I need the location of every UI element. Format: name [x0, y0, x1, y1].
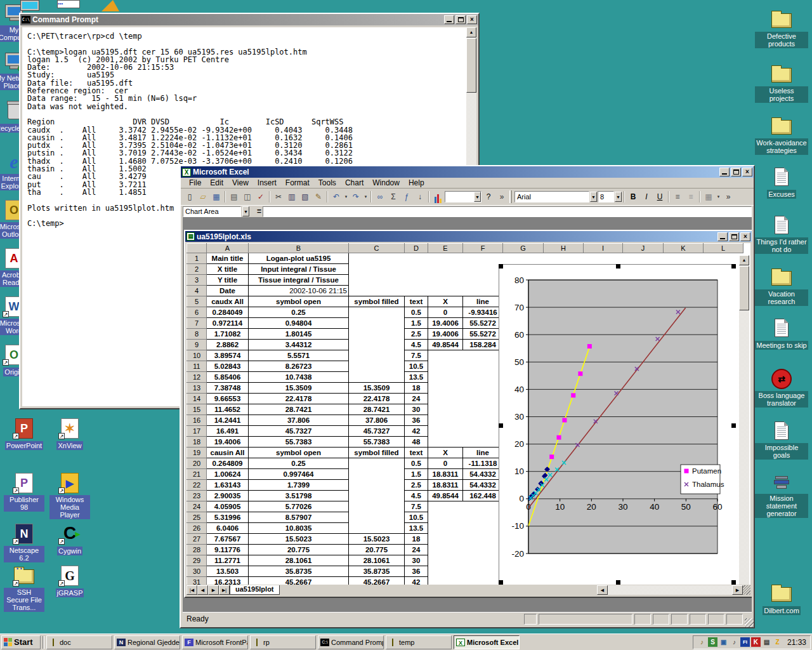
borders-dropdown-icon[interactable]: ▾ [716, 190, 721, 203]
menu-file[interactable]: File [185, 178, 206, 188]
selection-handle[interactable] [731, 580, 736, 585]
close-button[interactable]: × [742, 168, 752, 176]
cell-B7[interactable]: 0.94804 [249, 318, 349, 329]
cell-A3[interactable]: Y title [207, 275, 249, 286]
column-header-I[interactable]: I [584, 244, 623, 253]
cell-F21[interactable]: 54.4332 [463, 469, 503, 480]
cell-B22[interactable]: 1.7399 [249, 480, 349, 491]
minimize-button[interactable] [719, 168, 730, 176]
cell-E4[interactable] [428, 286, 463, 296]
cell-E18[interactable] [428, 437, 463, 448]
cell-E1[interactable] [428, 253, 463, 264]
cell-D19[interactable]: text [405, 448, 428, 458]
cell-F30[interactable] [463, 566, 503, 577]
excel-titlebar[interactable]: X Microsoft Excel × [181, 166, 754, 178]
cell-E2[interactable] [428, 264, 463, 275]
paste-icon[interactable]: ▧ [299, 190, 311, 203]
desktop-icon-cygwin[interactable]: C▶↗Cygwin [49, 523, 90, 556]
cell-D23[interactable]: 4.5 [405, 491, 428, 501]
first-sheet-icon[interactable]: |◀ [187, 585, 197, 595]
minimize-button[interactable] [717, 232, 728, 241]
sheet-tab[interactable]: ua5195lplot [230, 585, 280, 595]
menu-window[interactable]: Window [368, 178, 404, 188]
chart-object[interactable]: -20-10010203040506070800102030405060Puta… [499, 264, 736, 585]
cell-E23[interactable]: 49.8544 [428, 491, 463, 501]
cell-B20[interactable]: 0.25 [249, 458, 349, 469]
selection-handle[interactable] [616, 580, 620, 585]
row-header-6[interactable]: 6 [187, 307, 207, 318]
cell-A9[interactable]: 2.8862 [207, 340, 249, 350]
cell-D7[interactable]: 1.5 [405, 318, 428, 329]
cell-C17[interactable]: 45.7327 [349, 426, 405, 437]
cell-E19[interactable]: X [428, 448, 463, 458]
row-header-24[interactable]: 24 [187, 501, 207, 512]
cell-B19[interactable]: symbol open [249, 448, 349, 458]
print-icon[interactable]: ▤ [228, 190, 240, 203]
column-header-A[interactable]: A [207, 244, 249, 253]
cell-C28[interactable]: 20.775 [349, 545, 405, 555]
cell-D17[interactable]: 42 [405, 426, 428, 437]
align-left-icon[interactable]: ≡ [671, 190, 684, 203]
cell-D26[interactable]: 13.5 [405, 523, 428, 534]
scroll-up-icon[interactable]: ▲ [739, 255, 749, 265]
cell-D20[interactable]: 0.5 [405, 458, 428, 469]
cell-E29[interactable] [428, 555, 463, 566]
task-button-command-prompt[interactable]: C:\Command Prompt [318, 635, 384, 649]
cell-F24[interactable] [463, 501, 503, 512]
taskbar-divider[interactable] [43, 636, 44, 649]
cell-D8[interactable]: 2.5 [405, 329, 428, 340]
cell-D9[interactable]: 4.5 [405, 340, 428, 350]
cut-icon[interactable]: ✂ [272, 190, 285, 203]
selection-handle[interactable] [499, 264, 503, 269]
cell-B10[interactable]: 5.5571 [249, 350, 349, 361]
cell-C16[interactable]: 37.806 [349, 415, 405, 426]
column-header-B[interactable]: B [249, 244, 349, 253]
italic-icon[interactable]: I [640, 190, 653, 203]
cell-A20[interactable]: 0.264809 [207, 458, 249, 469]
cell-E16[interactable] [428, 415, 463, 426]
next-sheet-icon[interactable]: ▶ [208, 585, 219, 595]
paste-function-icon[interactable]: ƒ [400, 190, 413, 203]
cell-D30[interactable]: 36 [405, 566, 428, 577]
cell-C5[interactable]: symbol filled [349, 296, 405, 307]
cell-B29[interactable]: 28.1061 [249, 555, 349, 566]
new-document-icon[interactable]: ▯ [183, 190, 196, 203]
dropdown-arrow-icon[interactable]: ▼ [474, 192, 481, 202]
cell-A26[interactable]: 6.0406 [207, 523, 249, 534]
cell-A21[interactable]: 1.00624 [207, 469, 249, 480]
help-icon[interactable]: ? [482, 190, 495, 203]
cell-C8[interactable] [349, 329, 405, 340]
column-header-F[interactable]: F [463, 244, 503, 253]
align-center-icon[interactable]: ≡ [684, 190, 697, 203]
row-header-2[interactable]: 2 [187, 264, 207, 275]
cell-A10[interactable]: 3.89574 [207, 350, 249, 361]
task-button-regional-gjedde-[interactable]: NRegional Gjedde-... [114, 635, 180, 649]
cell-F22[interactable]: 54.4332 [463, 480, 503, 491]
cell-E14[interactable] [428, 394, 463, 404]
desktop-icon-things-i-d-rather-not-do[interactable]: Things I'd rather not do [755, 215, 808, 255]
cell-F9[interactable]: 158.284 [463, 340, 503, 350]
cell-F18[interactable] [463, 437, 503, 448]
cell-C4[interactable] [349, 286, 405, 296]
cell-F10[interactable] [463, 350, 503, 361]
cell-J1[interactable] [623, 253, 664, 264]
spelling-icon[interactable]: ✓ [254, 190, 267, 203]
cell-F8[interactable]: 55.5272 [463, 329, 503, 340]
cell-B24[interactable]: 5.77026 [249, 501, 349, 512]
window-resize-grip[interactable] [745, 618, 754, 627]
cell-F29[interactable] [463, 555, 503, 566]
row-header-3[interactable]: 3 [187, 275, 207, 286]
row-header-18[interactable]: 18 [187, 437, 207, 448]
cell-E3[interactable] [428, 275, 463, 286]
cell-F3[interactable] [463, 275, 503, 286]
cell-A6[interactable]: 0.284049 [207, 307, 249, 318]
cell-B8[interactable]: 1.80145 [249, 329, 349, 340]
cell-F4[interactable] [463, 286, 503, 296]
cell-D25[interactable]: 10.5 [405, 512, 428, 523]
formula-equals-icon[interactable]: = [257, 207, 261, 216]
cell-A17[interactable]: 16.491 [207, 426, 249, 437]
column-header-D[interactable]: D [405, 244, 428, 253]
cell-C12[interactable] [349, 372, 405, 383]
cell-K1[interactable] [664, 253, 704, 264]
cell-C22[interactable] [349, 480, 405, 491]
